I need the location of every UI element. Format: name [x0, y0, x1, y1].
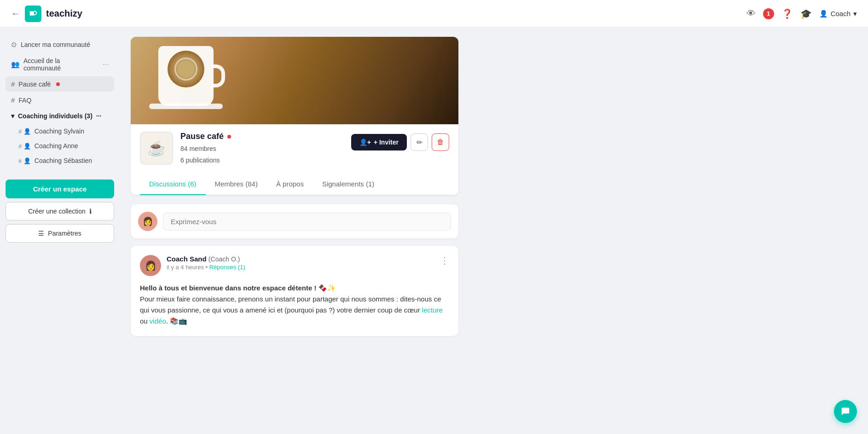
sidebar-item-lancer-label: Lancer ma communauté	[21, 41, 90, 48]
channel-banner	[131, 37, 458, 124]
community-home-icon: 👥	[11, 60, 20, 69]
back-button[interactable]: ←	[11, 8, 20, 19]
edit-icon: ✏	[417, 138, 422, 147]
coaching-section-header[interactable]: ▾ Coaching individuels (3) ···	[6, 109, 114, 123]
post-author-name: Coach Sand (Coach O.)	[167, 255, 434, 263]
hash-icon: #	[11, 80, 15, 88]
tabs: Discussions (6) Membres (84) À propos Si…	[131, 174, 458, 195]
params-label: Paramètres	[48, 230, 81, 237]
channel-actions: 👤+ + Inviter ✏ 🗑	[351, 133, 449, 151]
delete-icon: 🗑	[437, 138, 444, 146]
channel-avatar: ☕	[140, 132, 173, 165]
coaching-section-label: Coaching individuels (3)	[18, 112, 93, 120]
create-collection-label: Créer une collection	[28, 208, 86, 215]
create-space-button[interactable]: Créer un espace	[6, 179, 114, 198]
channel-stats: 84 membres 6 publications	[180, 143, 344, 166]
page-layout: ⊙ Lancer ma communauté 👥 Accueil de la c…	[0, 28, 868, 434]
sidebar-item-pause-cafe-label: Pause café	[18, 81, 51, 88]
help-icon[interactable]: ❓	[781, 8, 793, 19]
post-header: 👩 Coach Sand (Coach O.) il y a 4 heures …	[140, 255, 449, 276]
post-meta: il y a 4 heures • Réponses (1)	[167, 264, 434, 271]
logo-text: teachizy	[46, 8, 82, 19]
create-collection-button[interactable]: Créer une collection ℹ	[6, 202, 114, 220]
notification-badge[interactable]: 1	[763, 8, 774, 19]
coach-avatar-icon: 👤	[819, 10, 828, 18]
channel-dot	[227, 135, 231, 139]
channel-name: Pause café	[180, 132, 344, 141]
coach-label: Coach	[831, 10, 851, 17]
sidebar-item-faq-label: FAQ	[18, 97, 31, 104]
replies-link[interactable]: Réponses (1)	[209, 264, 245, 271]
invite-icon: 👤+	[359, 139, 371, 146]
channel-info: ☕ Pause café 84 membres 6 publications 👤…	[131, 124, 458, 174]
sidebar-item-coaching-sebastien[interactable]: # 👤 Coaching Sébastien	[6, 154, 114, 168]
unread-dot	[56, 82, 60, 86]
sidebar: ⊙ Lancer ma communauté 👥 Accueil de la c…	[0, 28, 120, 434]
visibility-icon[interactable]: 👁	[746, 8, 756, 19]
invite-label: + Inviter	[374, 139, 399, 146]
coach-menu[interactable]: 👤 Coach ▾	[819, 10, 857, 18]
hash-private-icon-2: # 👤	[18, 143, 31, 150]
chat-fab[interactable]	[834, 400, 857, 423]
sidebar-item-faq[interactable]: # FAQ	[6, 93, 114, 108]
post-author-info: Coach Sand (Coach O.) il y a 4 heures • …	[167, 255, 434, 271]
graduation-icon[interactable]: 🎓	[800, 8, 812, 19]
coaching-anne-label: Coaching Anne	[35, 142, 78, 150]
header-left: ← teachizy	[11, 6, 82, 22]
coaching-more-icon[interactable]: ···	[96, 112, 102, 120]
delete-button[interactable]: 🗑	[432, 133, 449, 151]
tab-membres[interactable]: Membres (84)	[206, 174, 267, 195]
post-content: Hello à tous et bienvenue dans notre esp…	[140, 283, 449, 327]
coaching-sebastien-label: Coaching Sébastien	[35, 157, 92, 164]
header-right: 👁 1 ❓ 🎓 👤 Coach ▾	[746, 8, 857, 19]
hash-private-icon-3: # 👤	[18, 157, 31, 164]
edit-button[interactable]: ✏	[411, 133, 428, 151]
logo-icon	[25, 6, 41, 22]
main-content: ☕ Pause café 84 membres 6 publications 👤…	[120, 28, 469, 434]
params-icon: ☰	[38, 230, 44, 237]
video-link[interactable]: vidéo	[150, 317, 166, 325]
lecture-link[interactable]: lecture	[422, 306, 443, 314]
sidebar-item-accueil-label: Accueil de la communauté	[23, 57, 99, 72]
params-button[interactable]: ☰ Paramètres	[6, 224, 114, 243]
user-avatar: 👩	[138, 212, 157, 231]
accueil-more-icon[interactable]: ···	[103, 60, 109, 69]
chevron-down-icon: ▾	[853, 10, 857, 18]
coaching-sylvain-label: Coaching Sylvain	[35, 127, 84, 135]
sidebar-item-coaching-sylvain[interactable]: # 👤 Coaching Sylvain	[6, 124, 114, 138]
channel-meta: Pause café 84 membres 6 publications	[180, 132, 344, 166]
post-menu-icon[interactable]: ⋮	[440, 255, 449, 266]
header: ← teachizy 👁 1 ❓ 🎓 👤 Coach ▾	[0, 0, 868, 28]
tab-signalements[interactable]: Signalements (1)	[313, 174, 383, 195]
chevron-down-icon: ▾	[11, 112, 14, 120]
sidebar-item-lancer[interactable]: ⊙ Lancer ma communauté	[6, 37, 114, 52]
post-card: 👩 Coach Sand (Coach O.) il y a 4 heures …	[131, 246, 458, 336]
faq-hash-icon: #	[11, 96, 15, 104]
channel-card: ☕ Pause café 84 membres 6 publications 👤…	[131, 37, 458, 195]
invite-button[interactable]: 👤+ + Inviter	[351, 134, 407, 150]
post-input-field[interactable]	[163, 213, 451, 231]
community-launch-icon: ⊙	[11, 41, 17, 49]
info-icon: ℹ	[89, 208, 92, 215]
post-input-card: 👩	[131, 204, 458, 238]
sidebar-item-pause-cafe[interactable]: # Pause café	[6, 76, 114, 92]
sidebar-item-coaching-anne[interactable]: # 👤 Coaching Anne	[6, 139, 114, 153]
tab-discussions[interactable]: Discussions (6)	[140, 174, 206, 195]
sidebar-item-accueil[interactable]: 👥 Accueil de la communauté ···	[6, 53, 114, 75]
hash-private-icon: # 👤	[18, 128, 31, 135]
post-author-avatar: 👩	[140, 255, 161, 276]
tab-apropos[interactable]: À propos	[267, 174, 313, 195]
